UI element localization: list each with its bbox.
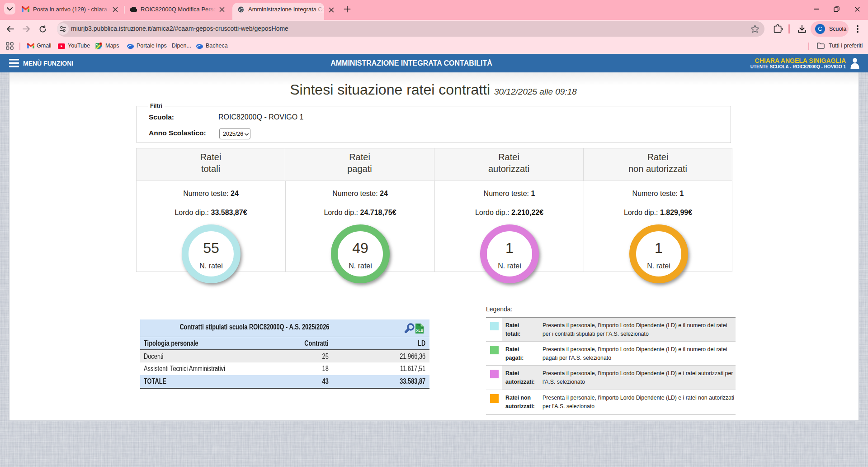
svg-text:XLS: XLS: [416, 329, 423, 333]
